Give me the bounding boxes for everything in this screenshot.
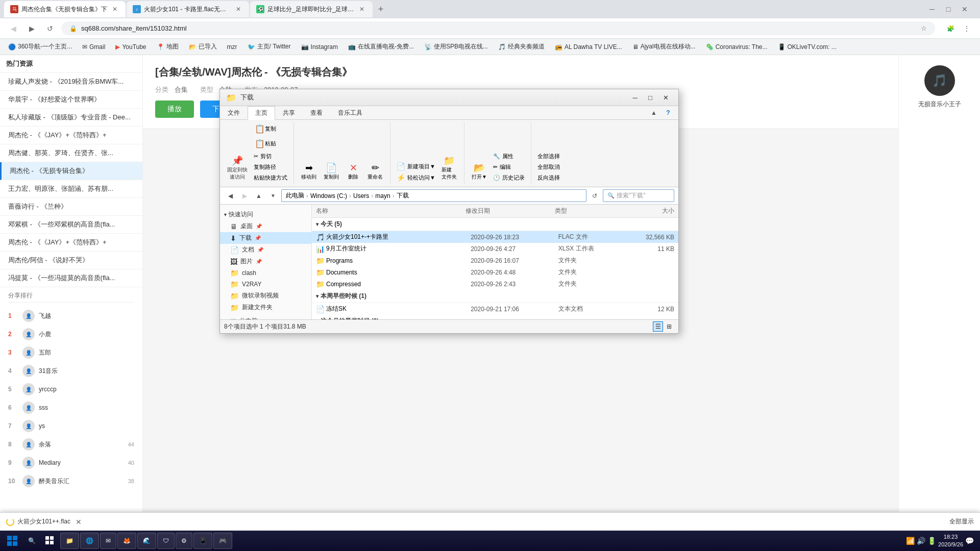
open-button[interactable]: 📂 打开▼ — [469, 160, 490, 183]
bookmark-imported[interactable]: 📂 已导入 — [185, 41, 221, 53]
back-button[interactable]: ◀ — [6, 21, 20, 36]
move-to-button[interactable]: ➡ 移动到 — [298, 160, 320, 183]
col-type[interactable]: 类型 — [555, 207, 629, 215]
exp-back-button[interactable]: ◀ — [224, 190, 236, 202]
bookmark-twitter[interactable]: 🐦 主页/ Twitter — [243, 41, 295, 53]
sidebar-downloads[interactable]: ⬇ 下载 📌 — [220, 232, 311, 244]
sidebar-item-10[interactable]: 周杰伦 - 《《JAY》+《范特西》+ — [0, 234, 142, 252]
sidebar-item-3[interactable]: 私人珍藏版 - 《顶级版》专业音质 - Dee... — [0, 109, 142, 127]
copy-button[interactable]: 📋 复制 — [252, 122, 289, 136]
invert-selection-button[interactable]: 反向选择 — [535, 173, 562, 183]
file-row-documents[interactable]: 📁 Documents 2020-09-26 4:48 文件夹 — [312, 266, 678, 278]
rank-item-3[interactable]: 3 👤 五郎 — [8, 343, 134, 362]
play-button[interactable]: 播放 — [155, 101, 194, 118]
tab-1-close[interactable]: ✕ — [110, 5, 119, 14]
sidebar-item-4[interactable]: 周杰伦 - 《《JAY》+《范特西》+ — [0, 127, 142, 144]
star-icon[interactable]: ☆ — [921, 24, 927, 32]
breadcrumb-downloads[interactable]: 下载 — [397, 191, 409, 200]
taskbar-mail-button[interactable]: ✉ — [100, 533, 116, 549]
bookmark-spb[interactable]: 📡 使用SPB电视在线... — [420, 41, 492, 53]
explorer-minimize-button[interactable]: ─ — [628, 92, 642, 103]
rank-item-5[interactable]: 5 👤 yrcccp — [8, 380, 134, 398]
bookmark-mzr[interactable]: mzr — [223, 42, 241, 52]
paste-shortcut-button[interactable]: 粘贴快捷方式 — [252, 173, 289, 183]
taskbar-explorer-button[interactable]: 📁 — [60, 533, 79, 549]
sidebar-clash[interactable]: 📁 clash — [220, 267, 311, 279]
new-item-button[interactable]: 📄 新建项目▼ — [395, 161, 437, 171]
ribbon-tab-file[interactable]: 文件 — [220, 106, 248, 120]
group-today[interactable]: ▾ 今天 (5) — [312, 218, 678, 231]
copy-path-button[interactable]: 复制路径 — [252, 162, 289, 172]
exp-up-button[interactable]: ▲ — [253, 190, 265, 202]
col-date[interactable]: 修改日期 — [465, 207, 555, 215]
history-button[interactable]: 🕐 历史记录 — [491, 173, 527, 183]
taskbar-clock[interactable]: 18:23 2020/9/26 — [938, 533, 963, 549]
pin-to-quick-access-button[interactable]: 📌 固定到快速访问 — [224, 153, 251, 183]
maximize-browser-button[interactable]: □ — [941, 2, 955, 16]
file-row-flac[interactable]: 🎵 火箭少女101+-+卡路里 2020-09-26 18:23 FLAC 文件… — [312, 231, 678, 243]
select-all-button[interactable]: 全部选择 — [535, 152, 562, 161]
rank-item-9[interactable]: 9 👤 Mediary 40 — [8, 454, 134, 472]
exp-refresh-button[interactable]: ↺ — [589, 190, 601, 202]
group-week[interactable]: ▾ 本周早些时候 (1) — [312, 290, 678, 303]
file-row-sk[interactable]: 📄 冻结SK 2020-09-21 17:06 文本文档 12 KB — [312, 303, 678, 315]
refresh-button[interactable]: ↺ — [43, 21, 57, 36]
this-pc-header[interactable]: ▸ 💻 此电脑 — [220, 315, 311, 319]
easy-access-button[interactable]: ⚡ 轻松访问▼ — [395, 172, 437, 183]
grid-view-button[interactable]: ⊞ — [664, 321, 674, 332]
rank-item-1[interactable]: 1 👤 飞越 — [8, 307, 134, 325]
explorer-close-button[interactable]: ✕ — [659, 92, 672, 103]
new-tab-button[interactable]: + — [374, 2, 388, 16]
sidebar-v2ray[interactable]: 📁 V2RAY — [220, 279, 311, 290]
select-none-button[interactable]: 全部取消 — [535, 162, 562, 172]
ribbon-tab-view[interactable]: 查看 — [303, 106, 330, 120]
list-view-button[interactable]: ☰ — [653, 321, 663, 332]
col-size[interactable]: 大小 — [629, 207, 674, 215]
edit-button[interactable]: ✏ 编辑 — [491, 162, 527, 172]
task-view-button[interactable] — [41, 532, 59, 550]
sidebar-pictures[interactable]: 🖼 图片 📌 — [220, 256, 311, 267]
bookmark-gmail[interactable]: ✉ Gmail — [78, 42, 109, 52]
rename-button[interactable]: ✏ 重命名 — [364, 160, 386, 183]
bookmark-instagram[interactable]: 📷 Instagram — [297, 42, 342, 52]
bookmark-360[interactable]: 🔵 360导航-一个主页... — [4, 41, 76, 53]
close-browser-button[interactable]: ✕ — [958, 2, 972, 16]
properties-button[interactable]: 🔧 属性 — [491, 152, 527, 161]
sidebar-item-11[interactable]: 周杰伦/阿信 - 《说好不哭》 — [0, 252, 142, 269]
bookmark-maps[interactable]: 📍 地图 — [153, 41, 183, 53]
col-name[interactable]: 名称 — [316, 207, 465, 215]
breadcrumb-path[interactable]: 此电脑 › Windows (C:) › Users › mayn › 下载 — [281, 189, 586, 202]
bookmark-youtube[interactable]: ▶ YouTube — [111, 42, 150, 52]
menu-button[interactable]: ⋮ — [960, 21, 974, 36]
breadcrumb-windows[interactable]: Windows (C:) — [310, 192, 347, 199]
rank-item-2[interactable]: 2 👤 小鹿 — [8, 325, 134, 343]
show-all-downloads-button[interactable]: 全部显示 — [949, 517, 974, 526]
sidebar-item-2[interactable]: 华晨宇 - 《好想爱这个世界啊》 — [0, 91, 142, 109]
taskbar-wave-button[interactable]: 🌊 — [137, 533, 156, 549]
tab-2-close[interactable]: ✕ — [234, 5, 243, 14]
ribbon-collapse-button[interactable]: ▲ — [648, 107, 660, 119]
taskbar-battery-icon[interactable]: 🔋 — [927, 537, 936, 545]
delete-button[interactable]: ✕ 删除 — [343, 160, 363, 183]
bookmark-corona[interactable]: 🦠 Coronavirus: The... — [702, 42, 772, 52]
taskbar-settings-button[interactable]: ⚙ — [176, 533, 192, 549]
new-folder-button[interactable]: 📁 新建文件夹 — [438, 153, 460, 183]
bookmark-tv[interactable]: 📺 在线直播电视-免费... — [344, 41, 418, 53]
extensions-button[interactable]: 🧩 — [943, 21, 958, 36]
rank-item-4[interactable]: 4 👤 31音乐 — [8, 362, 134, 380]
file-row-compressed[interactable]: 📁 Compressed 2020-09-26 2:43 文件夹 — [312, 278, 678, 290]
rank-item-6[interactable]: 6 👤 sss — [8, 398, 134, 417]
sidebar-item-6[interactable]: 周杰伦 - 《无损专辑合集》 — [0, 162, 142, 180]
ribbon-help-button[interactable]: ? — [662, 107, 674, 119]
sidebar-item-12[interactable]: 冯提莫 - 《一些冯提莫的高音质(fla... — [0, 269, 142, 287]
taskbar-search-button[interactable]: 🔍 — [23, 533, 40, 549]
sidebar-item-7[interactable]: 王力宏、明原张、张韶涵、苏有朋... — [0, 180, 142, 198]
taskbar-security-button[interactable]: 🛡 — [157, 533, 175, 549]
sidebar-documents[interactable]: 📄 文档 📌 — [220, 244, 311, 256]
tab-1[interactable]: 马 周杰伦合集《无损专辑合集》下 ✕ — [4, 1, 126, 17]
file-row-xlsx1[interactable]: 📊 9月工作室统计 2020-09-26 4:27 XLSX 工作表 11 KB — [312, 243, 678, 255]
rank-item-7[interactable]: 7 👤 ys — [8, 417, 134, 435]
sidebar-item-1[interactable]: 珍藏人声发烧 - 《2019轻音乐BMW车... — [0, 73, 142, 91]
breadcrumb-users[interactable]: Users — [353, 192, 369, 199]
sidebar-recording[interactable]: 📁 微软录制视频 — [220, 290, 311, 302]
